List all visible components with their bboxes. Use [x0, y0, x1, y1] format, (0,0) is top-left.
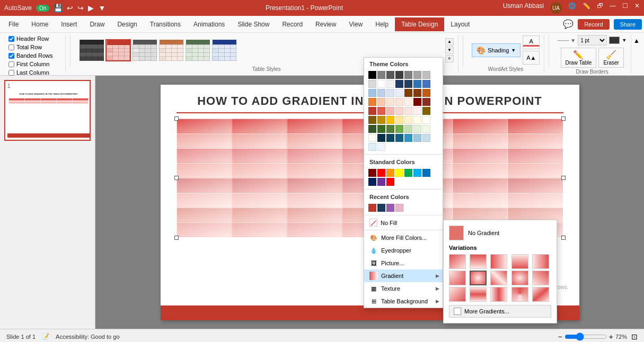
ribbon-collapse-btn[interactable]: ▲ [633, 37, 640, 44]
gradient-swatch-8[interactable] [490, 271, 507, 285]
theme-color-swatch[interactable] [413, 107, 421, 115]
font-color-button[interactable]: A [523, 35, 540, 49]
gradient-swatch-3[interactable] [490, 254, 507, 269]
standard-color-swatch[interactable] [386, 169, 394, 177]
standard-color-swatch[interactable] [395, 169, 403, 177]
header-row-option[interactable]: Header Row [8, 35, 49, 42]
picture-option[interactable]: 🖼 Picture... [364, 257, 443, 269]
tab-view[interactable]: View [342, 17, 369, 31]
handle-mid-right[interactable] [561, 176, 566, 180]
theme-color-swatch[interactable] [413, 89, 421, 97]
tab-insert[interactable]: Insert [55, 17, 83, 31]
theme-color-swatch[interactable] [377, 89, 385, 97]
eraser-button[interactable]: 🧹 Eraser [598, 48, 623, 68]
styles-more[interactable]: ≡ [445, 55, 454, 62]
no-gradient-item[interactable]: No Gradient [449, 226, 551, 240]
standard-color-swatch[interactable] [386, 178, 394, 186]
ribbon-collapse-icon[interactable]: 🗗 [597, 2, 603, 14]
eyedropper-option[interactable]: 💧 Eyedropper [364, 244, 443, 257]
text-highlight-button[interactable]: A▲ [523, 51, 540, 65]
more-gradients-button[interactable]: More Gradients... [449, 305, 551, 318]
theme-color-swatch[interactable] [377, 107, 385, 115]
theme-color-swatch[interactable] [377, 143, 385, 151]
maximize-icon[interactable]: ☐ [622, 2, 628, 14]
tab-slideshow[interactable]: Slide Show [231, 17, 276, 31]
gradient-swatch-14[interactable] [511, 287, 528, 302]
theme-color-swatch[interactable] [422, 107, 430, 115]
standard-color-swatch[interactable] [413, 169, 421, 177]
gradient-swatch-2[interactable] [470, 254, 487, 269]
theme-color-swatch[interactable] [386, 116, 394, 124]
theme-color-swatch[interactable] [404, 107, 412, 115]
table-style-1[interactable] [79, 39, 104, 61]
theme-color-swatch[interactable] [422, 134, 430, 142]
tab-transitions[interactable]: Transitions [144, 17, 187, 31]
comments-button[interactable]: 💬 [563, 19, 574, 29]
autosave-toggle[interactable]: On [36, 5, 49, 12]
notes-icon[interactable]: 📝 [42, 333, 49, 340]
theme-color-swatch[interactable] [404, 71, 412, 79]
theme-color-swatch[interactable] [395, 107, 403, 115]
recent-color-swatch[interactable] [377, 204, 385, 212]
theme-color-swatch[interactable] [395, 116, 403, 124]
theme-color-swatch[interactable] [386, 107, 394, 115]
theme-color-swatch[interactable] [422, 71, 430, 79]
theme-color-swatch[interactable] [404, 116, 412, 124]
theme-color-swatch[interactable] [386, 98, 394, 106]
tab-review[interactable]: Review [309, 17, 342, 31]
standard-color-swatch[interactable] [377, 169, 385, 177]
theme-color-swatch[interactable] [404, 134, 412, 142]
table-style-6[interactable] [211, 39, 237, 61]
last-column-option[interactable]: Last Column [8, 69, 49, 76]
theme-color-swatch[interactable] [368, 116, 376, 124]
standard-color-swatch[interactable] [404, 169, 412, 177]
theme-color-swatch[interactable] [386, 71, 394, 79]
theme-color-swatch[interactable] [386, 134, 394, 142]
texture-option[interactable]: ▦ Texture [364, 282, 443, 295]
zoom-out-button[interactable]: − [558, 332, 562, 341]
theme-color-swatch[interactable] [377, 134, 385, 142]
theme-color-swatch[interactable] [422, 80, 430, 88]
theme-color-swatch[interactable] [413, 116, 421, 124]
table-background-option[interactable]: ⊞ Table Background [364, 295, 443, 308]
theme-color-swatch[interactable] [395, 71, 403, 79]
theme-color-swatch[interactable] [368, 89, 376, 97]
gradient-swatch-15[interactable] [532, 287, 549, 302]
gradient-swatch-9[interactable] [511, 271, 528, 285]
pen-weight-select[interactable]: 1 pt 0.5 pt 2 pt 3 pt [578, 35, 607, 46]
shading-dropdown-arrow[interactable]: ▼ [511, 48, 516, 53]
gradient-swatch-7[interactable] [470, 271, 487, 285]
theme-color-swatch[interactable] [377, 125, 385, 133]
theme-color-swatch[interactable] [404, 89, 412, 97]
theme-color-swatch[interactable] [386, 89, 394, 97]
tab-record[interactable]: Record [276, 17, 309, 31]
theme-color-swatch[interactable] [395, 134, 403, 142]
gradient-swatch-12[interactable] [470, 287, 487, 302]
theme-color-swatch[interactable] [395, 89, 403, 97]
handle-top-left[interactable] [174, 116, 179, 121]
close-icon[interactable]: ✕ [634, 2, 640, 14]
tab-home[interactable]: Home [25, 17, 55, 31]
theme-color-swatch[interactable] [422, 116, 430, 124]
minimize-icon[interactable]: — [610, 2, 616, 14]
recent-color-swatch[interactable] [395, 204, 403, 212]
table-style-3[interactable] [132, 39, 157, 61]
tab-table-design[interactable]: Table Design [395, 17, 444, 31]
theme-color-swatch[interactable] [368, 134, 376, 142]
handle-bottom-left[interactable] [174, 236, 179, 240]
theme-color-swatch[interactable] [386, 80, 394, 88]
gradient-swatch-11[interactable] [449, 287, 466, 302]
theme-color-swatch[interactable] [404, 98, 412, 106]
styles-scroll-up[interactable]: ▲ [445, 38, 454, 46]
theme-color-swatch[interactable] [368, 80, 376, 88]
no-fill-option[interactable]: No Fill [364, 217, 443, 229]
table-style-5[interactable] [185, 39, 210, 61]
theme-color-swatch[interactable] [404, 80, 412, 88]
theme-color-swatch[interactable] [377, 98, 385, 106]
handle-top-right[interactable] [561, 116, 566, 121]
theme-color-swatch[interactable] [413, 98, 421, 106]
theme-color-swatch[interactable] [377, 71, 385, 79]
theme-color-swatch[interactable] [422, 125, 430, 133]
theme-color-swatch[interactable] [413, 71, 421, 79]
theme-color-swatch[interactable] [395, 80, 403, 88]
